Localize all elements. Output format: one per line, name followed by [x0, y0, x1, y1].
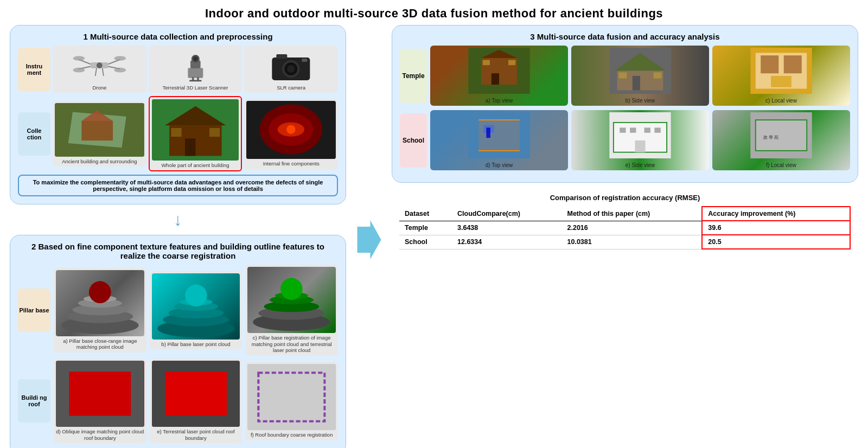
school-top-svg	[432, 112, 566, 158]
roof-e-image	[152, 361, 240, 427]
school-top-image	[432, 112, 566, 161]
temple-method: 2.2016	[562, 221, 703, 235]
roof-d-image	[56, 361, 144, 427]
temple-row: Temple a) Top view	[400, 46, 850, 106]
svg-point-57	[280, 278, 303, 300]
temple-local-caption: c) Local view	[765, 98, 797, 104]
school-cloudcompare: 12.6334	[452, 235, 561, 249]
right-arrow-svg	[354, 218, 384, 261]
svg-rect-79	[761, 55, 778, 73]
school-side-image	[573, 112, 707, 161]
svg-rect-92	[630, 127, 636, 132]
section2-title: 2 Based on fine component texture featur…	[18, 242, 338, 260]
svg-rect-18	[189, 80, 201, 81]
svg-point-15	[193, 56, 197, 61]
school-local-svg: 政 學 苑	[714, 112, 848, 158]
roof-f-box: f) Roof boundary coarse registration	[245, 362, 338, 440]
scanner-box: Terrestrial 3D Laser Scanner	[149, 46, 242, 93]
svg-rect-83	[478, 120, 520, 151]
col-improvement: Accuracy improvement (%)	[702, 207, 850, 221]
section1-note: To maximize the complementarity of multi…	[18, 175, 338, 196]
svg-point-3	[73, 56, 85, 61]
roof-f-image	[247, 364, 336, 430]
svg-rect-34	[209, 128, 220, 137]
svg-rect-85	[486, 127, 490, 138]
school-local-image: 政 學 苑	[714, 112, 848, 161]
camera-svg	[246, 48, 336, 83]
roof-d-caption: d) Oblique image matching point cloud ro…	[56, 428, 144, 441]
svg-line-10	[95, 68, 97, 76]
section3-box: 3 Multi-source data fusion and accuracy …	[392, 25, 858, 183]
school-local-caption: f) Local view	[766, 162, 796, 168]
pillar-b-box: b) Pillar base laser point cloud	[150, 271, 242, 349]
building-box: Whole part of ancient building	[149, 96, 242, 171]
temple-top-image	[432, 48, 566, 96]
svg-line-11	[103, 68, 104, 76]
drone-box: Drone	[53, 46, 146, 93]
temple-improvement: 39.6	[702, 221, 850, 235]
right-panel: 3 Multi-source data fusion and accuracy …	[392, 25, 858, 448]
pillar-b-image	[152, 273, 240, 340]
svg-rect-70	[508, 60, 515, 65]
scanner-caption: Terrestrial 3D Laser Scanner	[163, 85, 228, 91]
collection-label: Colle ction	[18, 112, 50, 156]
drone-image	[55, 48, 144, 83]
camera-image	[246, 48, 336, 83]
roof-row: Buildi ng roof d) Oblique image matching…	[18, 359, 338, 443]
pillar-a-svg	[56, 270, 144, 336]
school-top-box: d) Top view	[430, 110, 568, 170]
components-image	[246, 101, 336, 159]
camera-box: SLR camera	[244, 46, 338, 93]
school-side-box: e) Side view	[571, 110, 709, 170]
pillar-c-image	[247, 267, 336, 333]
svg-text:政 學 苑: 政 學 苑	[763, 135, 778, 140]
section1-box: 1 Multi-source data collection and prepr…	[10, 25, 346, 204]
svg-point-39	[286, 125, 295, 134]
left-panel: 1 Multi-source data collection and prepr…	[10, 25, 346, 448]
drone-caption: Drone	[92, 85, 106, 91]
svg-rect-59	[69, 372, 131, 416]
svg-point-45	[89, 281, 111, 303]
components-caption: Internal fine components	[263, 161, 320, 167]
roof-label: Buildi ng roof	[18, 379, 50, 423]
svg-rect-76	[654, 72, 662, 78]
svg-point-51	[185, 284, 207, 306]
school-top-caption: d) Top view	[486, 162, 513, 168]
aerial-box: Ancient building and surrounding	[53, 101, 146, 167]
building-image	[152, 99, 239, 160]
temple-local-image	[714, 48, 848, 96]
temple-side-svg	[573, 48, 707, 94]
temple-cloudcompare: 3.6438	[452, 221, 561, 235]
svg-rect-20	[277, 54, 288, 59]
temple-label: Temple	[400, 49, 427, 103]
camera-caption: SLR camera	[277, 85, 305, 91]
table-row: School 12.6334 10.0381 20.5	[399, 235, 850, 249]
col-cloudcompare: CloudCompare(cm)	[452, 207, 561, 221]
svg-rect-27	[81, 121, 113, 140]
school-row: School d) Top view	[400, 110, 850, 170]
section1-title: 1 Multi-source data collection and prepr…	[18, 32, 338, 41]
pillar-a-image	[56, 270, 144, 336]
svg-rect-61	[165, 372, 227, 416]
col-method: Method of this paper (cm)	[562, 207, 703, 221]
temple-local-box: c) Local view	[712, 46, 850, 106]
roof-e-caption: e) Terrestrial laser point cloud roof bo…	[152, 428, 240, 441]
table-header-row: Dataset CloudCompare(cm) Method of this …	[399, 207, 850, 221]
roof-e-box: e) Terrestrial laser point cloud roof bo…	[150, 359, 242, 443]
temple-side-caption: b) Side view	[626, 98, 655, 104]
drone-svg	[55, 48, 144, 83]
school-side-svg	[573, 112, 707, 158]
building-svg	[152, 99, 239, 160]
components-svg	[246, 101, 336, 159]
school-local-box: 政 學 苑 f) Local view	[712, 110, 850, 170]
pillar-c-box: c) Pillar base registration of image mat…	[245, 265, 338, 355]
svg-point-8	[73, 68, 85, 73]
svg-rect-12	[188, 68, 203, 78]
scanner-image	[151, 48, 240, 83]
aerial-image	[55, 103, 144, 157]
temple-side-image	[573, 48, 707, 96]
accuracy-title: Comparison of registration accuracy (RMS…	[399, 194, 851, 202]
svg-rect-91	[620, 127, 626, 132]
table-row: Temple 3.6438 2.2016 39.6	[399, 221, 850, 235]
svg-point-9	[114, 68, 126, 73]
